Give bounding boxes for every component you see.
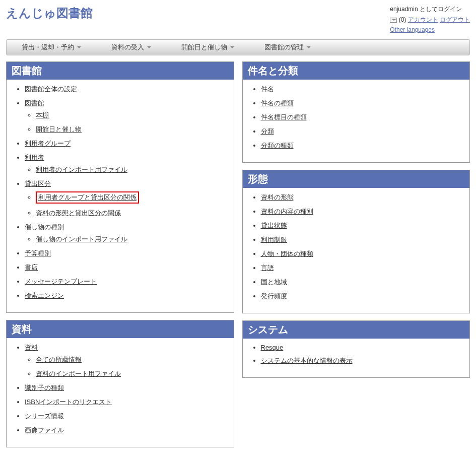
list-item: 資料の内容の種別 xyxy=(261,207,465,216)
list-item: 図書館全体の設定 xyxy=(25,85,229,94)
list-item: 画像ファイル xyxy=(25,426,229,435)
list-item: 書店 xyxy=(25,263,229,272)
panel-subject: 件名と分類 件名件名の種類件名標目の種類分類分類の種類 xyxy=(242,61,470,163)
menu-admin[interactable]: 図書館の管理 xyxy=(249,43,326,52)
user-box: enjuadmin としてログイン (0) アカウント ログアウト Other … xyxy=(390,5,470,35)
list-link[interactable]: 発行頻度 xyxy=(261,292,287,300)
list-link[interactable]: 利用者のインポート用ファイル xyxy=(36,166,127,173)
list-link[interactable]: 国と地域 xyxy=(261,278,287,286)
list-link[interactable]: 人物・団体の種類 xyxy=(261,250,313,257)
list-item: 利用者グループと貸出区分の関係 xyxy=(36,191,229,204)
panel-system: システム Resqueシステムの基本的な情報の表示 xyxy=(242,320,470,378)
library-list: 図書館全体の設定図書館本棚開館日と催し物利用者グループ利用者利用者のインポート用… xyxy=(12,85,229,300)
chevron-down-icon xyxy=(230,46,234,48)
list-item: 催し物のインポート用ファイル xyxy=(36,235,229,244)
list-item: ISBNインポートのリクエスト xyxy=(25,398,229,407)
list-link[interactable]: 分類 xyxy=(261,127,274,135)
list-item: 資料の形態 xyxy=(261,193,465,202)
account-link[interactable]: アカウント xyxy=(408,16,438,23)
list-link[interactable]: 資料の形態と貸出区分の関係 xyxy=(36,209,121,217)
list-item: 全ての所蔵情報 xyxy=(36,355,229,364)
list-link[interactable]: 利用者グループと貸出区分の関係 xyxy=(38,193,137,201)
list-item: 検索エンジン xyxy=(25,291,229,300)
list-item: 催し物の種別催し物のインポート用ファイル xyxy=(25,223,229,244)
list-item: メッセージテンプレート xyxy=(25,277,229,286)
list-link[interactable]: 図書館 xyxy=(25,99,44,107)
panel-title: 件名と分類 xyxy=(243,62,470,80)
list-link[interactable]: 検索エンジン xyxy=(25,292,64,299)
other-languages-link[interactable]: Other languages xyxy=(390,26,435,33)
list-link[interactable]: ISBNインポートのリクエスト xyxy=(25,398,112,406)
panel-material: 資料 資料全ての所蔵情報資料のインポート用ファイル識別子の種類ISBNインポート… xyxy=(6,320,234,447)
panel-title: 形態 xyxy=(243,170,470,188)
list-link[interactable]: 書店 xyxy=(25,264,38,271)
list-item: 貸出状態 xyxy=(261,221,465,230)
list-item: 発行頻度 xyxy=(261,292,465,301)
list-item: 資料全ての所蔵情報資料のインポート用ファイル xyxy=(25,343,229,378)
list-link[interactable]: 全ての所蔵情報 xyxy=(36,356,82,363)
list-item: 国と地域 xyxy=(261,278,465,287)
list-link[interactable]: 識別子の種類 xyxy=(25,384,64,391)
list-item: 資料の形態と貸出区分の関係 xyxy=(36,209,229,218)
list-item: 資料のインポート用ファイル xyxy=(36,369,229,378)
list-link[interactable]: 利用者グループ xyxy=(25,140,71,147)
list-item: 人物・団体の種類 xyxy=(261,249,465,258)
list-item: 図書館本棚開館日と催し物 xyxy=(25,99,229,134)
list-item: 分類の種類 xyxy=(261,141,465,150)
chevron-down-icon xyxy=(77,46,81,48)
chevron-down-icon xyxy=(307,46,311,48)
list-item: 言語 xyxy=(261,264,465,273)
mail-icon[interactable] xyxy=(390,18,397,23)
list-item: 件名標目の種類 xyxy=(261,113,465,122)
list-link[interactable]: 言語 xyxy=(261,264,274,272)
list-item: 利用者グループ xyxy=(25,139,229,148)
list-link[interactable]: 利用制限 xyxy=(261,236,287,243)
list-link[interactable]: 本棚 xyxy=(36,111,49,119)
list-link[interactable]: 資料のインポート用ファイル xyxy=(36,370,121,377)
subject-list: 件名件名の種類件名標目の種類分類分類の種類 xyxy=(248,85,465,150)
list-item: 開館日と催し物 xyxy=(36,125,229,134)
list-link[interactable]: 開館日と催し物 xyxy=(36,125,82,133)
list-link[interactable]: 図書館全体の設定 xyxy=(25,85,77,93)
panel-form: 形態 資料の形態資料の内容の種別貸出状態利用制限人物・団体の種類言語国と地域発行… xyxy=(242,170,470,313)
list-item: 本棚 xyxy=(36,111,229,120)
list-link[interactable]: 件名標目の種類 xyxy=(261,113,307,121)
list-link[interactable]: 貸出状態 xyxy=(261,222,287,229)
list-link[interactable]: 資料の内容の種別 xyxy=(261,208,313,215)
list-link[interactable]: 催し物のインポート用ファイル xyxy=(36,235,127,243)
list-link[interactable]: 催し物の種別 xyxy=(25,223,64,231)
list-link[interactable]: 予算種別 xyxy=(25,249,51,257)
menu-acquisition[interactable]: 資料の受入 xyxy=(96,43,166,52)
login-status: enjuadmin としてログイン xyxy=(390,5,470,14)
site-title: えんじゅ図書館 xyxy=(6,5,93,21)
list-item: 件名の種類 xyxy=(261,99,465,108)
list-item: 利用者のインポート用ファイル xyxy=(36,165,229,174)
panel-title: 図書館 xyxy=(7,62,234,80)
list-link[interactable]: 利用者 xyxy=(25,154,44,161)
list-link[interactable]: 分類の種類 xyxy=(261,142,294,149)
list-link[interactable]: 貸出区分 xyxy=(25,180,51,187)
list-item: シリーズ情報 xyxy=(25,412,229,421)
list-item: 貸出区分利用者グループと貸出区分の関係資料の形態と貸出区分の関係 xyxy=(25,179,229,218)
panel-library: 図書館 図書館全体の設定図書館本棚開館日と催し物利用者グループ利用者利用者のイン… xyxy=(6,61,234,313)
logout-link[interactable]: ログアウト xyxy=(440,16,470,23)
list-link[interactable]: 件名 xyxy=(261,85,274,93)
list-link[interactable]: 画像ファイル xyxy=(25,426,64,434)
system-list: Resqueシステムの基本的な情報の表示 xyxy=(248,344,465,365)
list-item: 件名 xyxy=(261,85,465,94)
menu-checkout[interactable]: 貸出・返却・予約 xyxy=(7,43,96,52)
list-link[interactable]: 資料の形態 xyxy=(261,193,294,201)
list-item: システムの基本的な情報の表示 xyxy=(261,356,465,365)
list-link[interactable]: 資料 xyxy=(25,344,38,351)
list-link[interactable]: メッセージテンプレート xyxy=(25,278,97,285)
list-link[interactable]: Resque xyxy=(261,344,284,351)
list-item: 利用者利用者のインポート用ファイル xyxy=(25,153,229,174)
list-link[interactable]: システムの基本的な情報の表示 xyxy=(261,357,353,364)
menubar: 貸出・返却・予約 資料の受入 開館日と催し物 図書館の管理 xyxy=(6,39,470,55)
list-item: Resque xyxy=(261,344,465,351)
list-link[interactable]: シリーズ情報 xyxy=(25,412,64,420)
menu-events[interactable]: 開館日と催し物 xyxy=(166,43,249,52)
list-link[interactable]: 件名の種類 xyxy=(261,99,294,107)
material-list: 資料全ての所蔵情報資料のインポート用ファイル識別子の種類ISBNインポートのリク… xyxy=(12,343,229,435)
list-item: 分類 xyxy=(261,127,465,136)
